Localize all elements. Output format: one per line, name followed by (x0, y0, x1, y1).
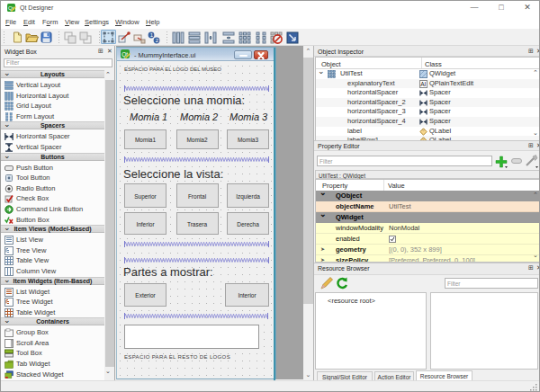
svg-text:AI: AI (420, 81, 426, 87)
